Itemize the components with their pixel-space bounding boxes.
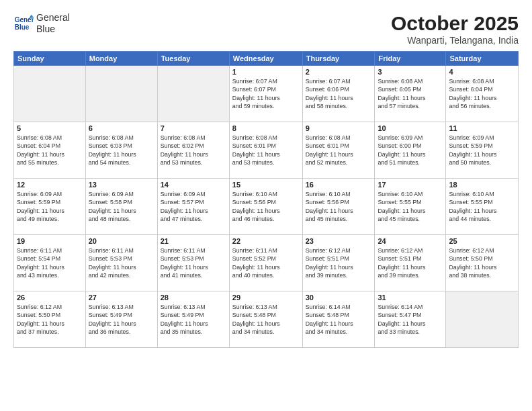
cell-info: Sunrise: 6:10 AM Sunset: 5:56 PM Dayligh… (306, 190, 372, 223)
cell-info: Sunrise: 6:08 AM Sunset: 6:01 PM Dayligh… (306, 134, 372, 167)
cell-info: Sunrise: 6:13 AM Sunset: 5:49 PM Dayligh… (161, 303, 226, 336)
cell-info: Sunrise: 6:11 AM Sunset: 5:53 PM Dayligh… (161, 246, 226, 279)
calendar-cell: 27Sunrise: 6:13 AM Sunset: 5:49 PM Dayli… (85, 291, 157, 348)
day-header-friday: Friday (375, 52, 446, 66)
day-number: 15 (232, 181, 300, 189)
day-number: 2 (306, 68, 372, 76)
cell-info: Sunrise: 6:10 AM Sunset: 5:55 PM Dayligh… (449, 190, 515, 223)
cell-info: Sunrise: 6:08 AM Sunset: 6:04 PM Dayligh… (17, 134, 83, 167)
cell-info: Sunrise: 6:08 AM Sunset: 6:05 PM Dayligh… (378, 77, 443, 110)
day-header-sunday: Sunday (14, 52, 86, 66)
calendar-cell: 22Sunrise: 6:11 AM Sunset: 5:52 PM Dayli… (229, 235, 302, 291)
calendar-cell: 2Sunrise: 6:07 AM Sunset: 6:06 PM Daylig… (302, 66, 375, 122)
calendar-cell: 31Sunrise: 6:14 AM Sunset: 5:47 PM Dayli… (375, 291, 446, 348)
day-number: 13 (89, 181, 154, 189)
calendar-cell: 16Sunrise: 6:10 AM Sunset: 5:56 PM Dayli… (302, 179, 375, 235)
cell-info: Sunrise: 6:11 AM Sunset: 5:53 PM Dayligh… (89, 246, 154, 279)
logo-icon: General Blue (13, 13, 34, 34)
calendar-cell: 5Sunrise: 6:08 AM Sunset: 6:04 PM Daylig… (14, 122, 86, 179)
calendar-cell: 30Sunrise: 6:14 AM Sunset: 5:48 PM Dayli… (302, 291, 375, 348)
cell-info: Sunrise: 6:08 AM Sunset: 6:01 PM Dayligh… (232, 134, 300, 167)
calendar: SundayMondayTuesdayWednesdayThursdayFrid… (13, 51, 519, 348)
calendar-cell: 12Sunrise: 6:09 AM Sunset: 5:59 PM Dayli… (14, 179, 86, 235)
day-number: 17 (378, 181, 443, 189)
logo-text: General Blue (36, 12, 70, 35)
calendar-cell: 14Sunrise: 6:09 AM Sunset: 5:57 PM Dayli… (157, 179, 229, 235)
calendar-cell: 4Sunrise: 6:08 AM Sunset: 6:04 PM Daylig… (446, 66, 519, 122)
day-number: 7 (161, 124, 226, 132)
calendar-cell (14, 66, 86, 122)
logo: General Blue General Blue (13, 12, 70, 35)
day-number: 20 (89, 237, 154, 245)
day-number: 5 (17, 124, 83, 132)
month-title: October 2025 (391, 12, 519, 35)
cell-info: Sunrise: 6:09 AM Sunset: 5:58 PM Dayligh… (89, 190, 154, 223)
day-number: 19 (17, 237, 83, 245)
calendar-cell: 24Sunrise: 6:12 AM Sunset: 5:51 PM Dayli… (375, 235, 446, 291)
day-number: 1 (232, 68, 300, 76)
cell-info: Sunrise: 6:07 AM Sunset: 6:06 PM Dayligh… (306, 77, 372, 110)
day-number: 8 (232, 124, 300, 132)
day-number: 14 (161, 181, 226, 189)
title-block: October 2025 Wanparti, Telangana, India (391, 12, 519, 46)
calendar-cell: 1Sunrise: 6:07 AM Sunset: 6:07 PM Daylig… (229, 66, 302, 122)
cell-info: Sunrise: 6:09 AM Sunset: 5:59 PM Dayligh… (17, 190, 83, 223)
day-number: 9 (306, 124, 372, 132)
week-row-4: 19Sunrise: 6:11 AM Sunset: 5:54 PM Dayli… (14, 235, 519, 291)
cell-info: Sunrise: 6:12 AM Sunset: 5:51 PM Dayligh… (306, 246, 372, 279)
cell-info: Sunrise: 6:07 AM Sunset: 6:07 PM Dayligh… (232, 77, 300, 110)
calendar-cell: 23Sunrise: 6:12 AM Sunset: 5:51 PM Dayli… (302, 235, 375, 291)
day-number: 30 (306, 293, 372, 302)
day-number: 21 (161, 237, 226, 245)
cell-info: Sunrise: 6:12 AM Sunset: 5:51 PM Dayligh… (378, 246, 443, 279)
cell-info: Sunrise: 6:14 AM Sunset: 5:48 PM Dayligh… (306, 303, 372, 336)
day-number: 26 (17, 293, 83, 302)
calendar-cell: 29Sunrise: 6:13 AM Sunset: 5:48 PM Dayli… (229, 291, 302, 348)
week-row-2: 5Sunrise: 6:08 AM Sunset: 6:04 PM Daylig… (14, 122, 519, 179)
page: General Blue General Blue October 2025 W… (0, 0, 532, 411)
calendar-cell: 9Sunrise: 6:08 AM Sunset: 6:01 PM Daylig… (302, 122, 375, 179)
day-number: 31 (378, 293, 443, 302)
cell-info: Sunrise: 6:13 AM Sunset: 5:49 PM Dayligh… (89, 303, 154, 336)
day-number: 4 (449, 68, 515, 76)
calendar-cell: 11Sunrise: 6:09 AM Sunset: 5:59 PM Dayli… (446, 122, 519, 179)
calendar-cell: 19Sunrise: 6:11 AM Sunset: 5:54 PM Dayli… (14, 235, 86, 291)
cell-info: Sunrise: 6:14 AM Sunset: 5:47 PM Dayligh… (378, 303, 443, 336)
day-number: 23 (306, 237, 372, 245)
day-number: 18 (449, 181, 515, 189)
cell-info: Sunrise: 6:10 AM Sunset: 5:56 PM Dayligh… (232, 190, 300, 223)
calendar-cell: 18Sunrise: 6:10 AM Sunset: 5:55 PM Dayli… (446, 179, 519, 235)
cell-info: Sunrise: 6:08 AM Sunset: 6:04 PM Dayligh… (449, 77, 515, 110)
cell-info: Sunrise: 6:09 AM Sunset: 6:00 PM Dayligh… (378, 134, 443, 167)
cell-info: Sunrise: 6:09 AM Sunset: 5:59 PM Dayligh… (449, 134, 515, 167)
calendar-cell (85, 66, 157, 122)
logo-line2: Blue (36, 24, 70, 35)
day-header-wednesday: Wednesday (229, 52, 302, 66)
calendar-cell: 26Sunrise: 6:12 AM Sunset: 5:50 PM Dayli… (14, 291, 86, 348)
day-number: 24 (378, 237, 443, 245)
day-header-monday: Monday (85, 52, 157, 66)
cell-info: Sunrise: 6:10 AM Sunset: 5:55 PM Dayligh… (378, 190, 443, 223)
day-number: 11 (449, 124, 515, 132)
day-header-tuesday: Tuesday (157, 52, 229, 66)
day-header-saturday: Saturday (446, 52, 519, 66)
calendar-cell: 13Sunrise: 6:09 AM Sunset: 5:58 PM Dayli… (85, 179, 157, 235)
calendar-header-row: SundayMondayTuesdayWednesdayThursdayFrid… (14, 52, 519, 66)
day-header-thursday: Thursday (302, 52, 375, 66)
cell-info: Sunrise: 6:12 AM Sunset: 5:50 PM Dayligh… (17, 303, 83, 336)
calendar-cell: 17Sunrise: 6:10 AM Sunset: 5:55 PM Dayli… (375, 179, 446, 235)
calendar-cell: 8Sunrise: 6:08 AM Sunset: 6:01 PM Daylig… (229, 122, 302, 179)
calendar-cell: 3Sunrise: 6:08 AM Sunset: 6:05 PM Daylig… (375, 66, 446, 122)
week-row-1: 1Sunrise: 6:07 AM Sunset: 6:07 PM Daylig… (14, 66, 519, 122)
calendar-cell (446, 291, 519, 348)
logo-line1: General (36, 12, 70, 24)
cell-info: Sunrise: 6:09 AM Sunset: 5:57 PM Dayligh… (161, 190, 226, 223)
cell-info: Sunrise: 6:08 AM Sunset: 6:02 PM Dayligh… (161, 134, 226, 167)
cell-info: Sunrise: 6:11 AM Sunset: 5:52 PM Dayligh… (232, 246, 300, 279)
day-number: 29 (232, 293, 300, 302)
day-number: 25 (449, 237, 515, 245)
calendar-cell: 28Sunrise: 6:13 AM Sunset: 5:49 PM Dayli… (157, 291, 229, 348)
calendar-cell: 20Sunrise: 6:11 AM Sunset: 5:53 PM Dayli… (85, 235, 157, 291)
day-number: 10 (378, 124, 443, 132)
header: General Blue General Blue October 2025 W… (13, 12, 519, 46)
